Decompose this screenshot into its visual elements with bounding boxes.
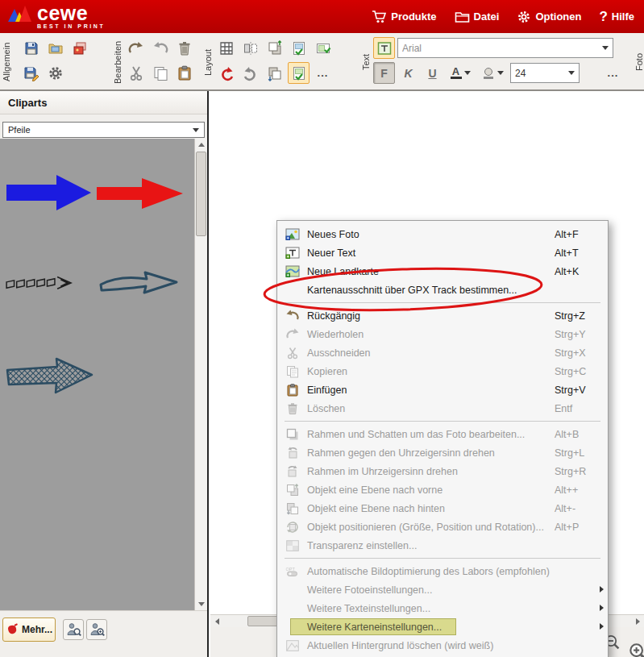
page-portrait-button[interactable] (288, 37, 310, 59)
clipart-category-select[interactable]: Pfeile (2, 122, 205, 138)
text-more-button[interactable]: ... (602, 62, 624, 84)
layout-more-button[interactable]: ... (312, 62, 334, 84)
cut-icon (285, 346, 301, 360)
save-button[interactable] (20, 37, 42, 59)
flip-button[interactable] (239, 37, 261, 59)
copy-button[interactable] (149, 62, 171, 84)
toolbar-group-bearbeiten-label: Bearbeiten (112, 35, 123, 89)
menu-item-label: Kopieren (307, 366, 555, 377)
outline-arrow-image (98, 269, 181, 297)
text-box-button[interactable] (373, 37, 395, 59)
chevron-down-icon (602, 46, 609, 50)
menu-item-weitere-texteinstellungen[interactable]: Weitere Texteinstellungen... (277, 599, 608, 617)
clipart-crosshatched-arrow[interactable] (5, 356, 95, 400)
menu-datei[interactable]: Datei (455, 10, 500, 23)
transparency-icon (285, 538, 301, 553)
settings-button[interactable] (44, 62, 66, 84)
clipart-scrollbar[interactable] (194, 139, 207, 610)
cut-button[interactable] (125, 62, 147, 84)
person-magnifier-icon (65, 622, 81, 638)
menu-item-label: Transparenz einstellen... (307, 540, 555, 551)
flip-horizontal-icon (243, 40, 259, 56)
brand-tagline: BEST IN PRINT (37, 23, 105, 29)
fill-color-button[interactable] (478, 62, 507, 84)
menu-item-weitere-karteneinstellungen[interactable]: Weitere Karteneinstellungen... (277, 617, 608, 636)
add-photos-button[interactable] (69, 37, 90, 59)
person-zoom-out-button[interactable] (63, 619, 84, 640)
clipart-outline-sketch-arrow[interactable] (98, 269, 181, 300)
scroll-left-button[interactable] (210, 615, 223, 627)
delete-button[interactable] (173, 37, 195, 59)
sidebar-bottom-bar: Mehr... (0, 610, 207, 657)
add-photos-icon (72, 40, 88, 56)
layout-more-label: ... (318, 67, 329, 79)
clipart-blue-solid-arrow[interactable] (6, 174, 92, 214)
page-selected-button[interactable] (288, 62, 310, 84)
bring-forward-button[interactable] (264, 37, 285, 59)
scroll-up-button[interactable] (195, 139, 207, 151)
top-menu: Produkte Datei Optionen ? Hilfe (372, 0, 634, 33)
paste-button[interactable] (173, 62, 195, 84)
save-as-button[interactable] (20, 62, 42, 84)
blank-icon (285, 601, 301, 616)
clipart-red-solid-arrow[interactable] (97, 177, 184, 213)
person-magnifier-plus-icon (89, 622, 105, 638)
menu-item-neuer-text[interactable]: Neuer TextAlt+T (277, 243, 608, 262)
menu-item-shortcut: Alt+- (555, 503, 601, 514)
menu-item-neues-foto[interactable]: Neues FotoAlt+F (277, 225, 608, 243)
menu-item-r-ckg-ngig[interactable]: RückgängigStrg+Z (277, 306, 608, 325)
bold-button[interactable]: F (373, 62, 395, 84)
undo-button[interactable] (149, 37, 171, 59)
chevron-down-icon (497, 71, 504, 75)
menu-item-neue-landkarte[interactable]: Neue LandkarteAlt+K (277, 262, 608, 281)
scroll-right-button[interactable] (631, 615, 644, 627)
more-cliparts-button[interactable]: Mehr... (2, 617, 56, 642)
menu-item-shortcut: Strg+V (555, 385, 601, 396)
page-landscape-button[interactable] (312, 37, 334, 59)
font-family-select[interactable]: Arial (397, 38, 613, 58)
person-zoom-in-button[interactable] (86, 619, 107, 640)
menu-item-shortcut: Strg+L (555, 447, 601, 459)
menu-optionen[interactable]: Optionen (517, 10, 581, 24)
open-project-button[interactable] (44, 37, 66, 59)
folder-icon (455, 10, 470, 23)
menu-item-aktuellen-hintergrund-l-schen-wird-wei[interactable]: Aktuellen Hintergrund löschen (wird weiß… (277, 636, 608, 655)
font-color-button[interactable]: A (446, 62, 475, 84)
menu-item-einf-gen[interactable]: EinfügenStrg+V (277, 380, 608, 399)
settings-icon (48, 65, 64, 81)
send-backward-button[interactable] (264, 62, 285, 84)
rotate-ccw-icon (285, 446, 301, 460)
auto-optimize-icon: OPT (285, 564, 301, 579)
menu-item-label: Ausschneiden (307, 347, 555, 359)
context-menu: Neues FotoAlt+FNeuer TextAlt+TNeue Landk… (276, 220, 609, 657)
toolbar-group-text-label: Text (360, 35, 372, 89)
delete-icon (285, 401, 301, 416)
position-icon (285, 520, 301, 534)
svg-text:OPT: OPT (286, 566, 296, 571)
redo-button[interactable] (125, 37, 147, 59)
menu-item-weitere-fotoeinstellungen[interactable]: Weitere Fotoeinstellungen... (277, 580, 608, 599)
menu-item-label: Objekt positionieren (Größe, Position un… (307, 522, 555, 533)
underline-button[interactable]: U (422, 62, 443, 84)
zoom-in-button[interactable] (628, 642, 644, 657)
menu-hilfe[interactable]: ? Hilfe (599, 10, 634, 23)
menu-item-label: Objekt eine Ebene nach vorne (307, 484, 555, 496)
send-backward-icon (267, 65, 283, 81)
clipart-scrollbar-thumb[interactable] (196, 152, 206, 236)
italic-button[interactable]: K (397, 62, 419, 84)
menu-produkte[interactable]: Produkte (372, 10, 436, 23)
menu-item-kartenausschnitt-ber-gpx-track-bestimmen[interactable]: Kartenausschnitt über GPX Track bestimme… (277, 281, 608, 299)
scroll-down-button[interactable] (195, 598, 207, 610)
rotate-right-button[interactable] (239, 62, 261, 84)
menu-item-label: Objekt eine Ebene nach hinten (307, 503, 555, 514)
rotate-left-button[interactable] (215, 62, 237, 84)
menu-item-shortcut: Alt+B (555, 429, 601, 440)
grid-button[interactable] (215, 37, 237, 59)
menu-item-automatische-bildoptimierung-des-labors-empfohle: OPTAutomatische Bildoptimierung des Labo… (277, 562, 608, 580)
menu-item-label: Weitere Fotoeinstellungen... (307, 584, 555, 596)
dashed-arrow-image (5, 274, 89, 293)
clipart-dashed-sketch-arrow[interactable] (5, 274, 89, 297)
triangle-up-icon (198, 143, 205, 147)
menu-item-shortcut: Alt+P (555, 522, 601, 533)
font-size-select[interactable]: 24 (510, 63, 580, 83)
